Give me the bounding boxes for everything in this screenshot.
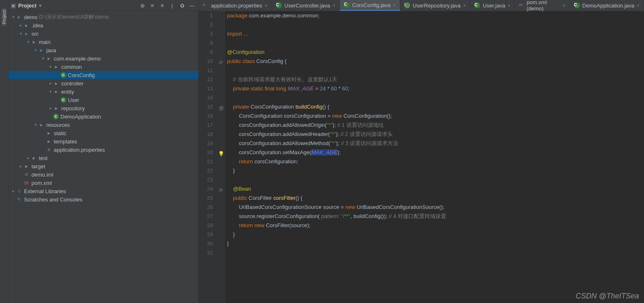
code-line[interactable]: }	[227, 239, 642, 248]
expand-arrow-icon[interactable]: ▾	[26, 40, 31, 44]
tree-item-common[interactable]: ▾▸common	[8, 63, 198, 71]
tree-item-CorsConfig[interactable]: CCorsConfig	[8, 71, 198, 79]
code-line[interactable]	[227, 175, 642, 184]
folder-icon: ▸	[46, 130, 52, 136]
code-line[interactable]: return new CorsFilter(source);	[227, 221, 642, 230]
close-icon[interactable]: ×	[265, 3, 267, 8]
code-line[interactable]: return corsConfiguration;	[227, 157, 642, 166]
tree-item-User[interactable]: CUser	[8, 96, 198, 104]
tree-item-repository[interactable]: ▸▸repository	[8, 104, 198, 112]
tree-item-target[interactable]: ▸▸target	[8, 162, 198, 170]
line-number: 12	[207, 75, 213, 84]
tree-item-java[interactable]: ▾▸java	[8, 46, 198, 54]
expand-arrow-icon[interactable]: ▸	[48, 81, 53, 85]
close-icon[interactable]: ×	[393, 2, 396, 7]
code-line[interactable]: corsConfiguration.addAllowedMethod("*");…	[227, 139, 642, 148]
close-icon[interactable]: ×	[333, 3, 335, 8]
gutter-icon[interactable]: ⟳	[218, 186, 224, 192]
code-line[interactable]: @Bean	[227, 184, 642, 194]
code-line[interactable]: // 当前跨域请求最大有效时长。这里默认1天	[227, 75, 642, 84]
gutter-icons: ⟳@💡⟳	[217, 11, 225, 303]
tree-item-pom-xml[interactable]: mpom.xml	[8, 179, 198, 187]
code-line[interactable]: }	[227, 166, 642, 175]
code-line[interactable]	[227, 248, 642, 257]
expand-arrow-icon[interactable]: ▸	[18, 23, 23, 27]
tab-UserController-java[interactable]: CUserController.java×	[272, 0, 340, 11]
tree-item-resources[interactable]: ▾▸resources	[8, 121, 198, 129]
settings-icon[interactable]: ✿	[178, 2, 186, 9]
code-line[interactable]: corsConfiguration.addAllowedHeader("*");…	[227, 130, 642, 139]
close-icon[interactable]: ×	[508, 3, 510, 8]
tree-item-static[interactable]: ▸static	[8, 129, 198, 137]
tree-item-DemoApplication[interactable]: CDemoApplication	[8, 112, 198, 121]
expand-arrow-icon[interactable]: ▾	[33, 123, 38, 127]
tree-item-entity[interactable]: ▾▸entity	[8, 87, 198, 96]
code-line[interactable]	[227, 39, 642, 48]
tree-item-External-Libraries[interactable]: ▸⫴External Libraries	[8, 187, 198, 195]
collapse-all-icon[interactable]: ≡	[159, 2, 166, 9]
expand-arrow-icon[interactable]: ▾	[18, 32, 23, 36]
tree-item-test[interactable]: ▸▸test	[8, 154, 198, 162]
code-line[interactable]	[227, 66, 642, 75]
tree-item-label: application.properties	[54, 147, 105, 153]
code-line[interactable]: @Configuration	[227, 48, 642, 57]
gutter-icon[interactable]: ⟳	[218, 58, 224, 65]
expand-arrow-icon[interactable]: ▾	[48, 90, 53, 94]
tree-item-controller[interactable]: ▸▸controller	[8, 79, 198, 87]
code-line[interactable]: corsConfiguration.addAllowedOrigin("*");…	[227, 121, 642, 130]
tree-item--idea[interactable]: ▸▸.idea	[8, 21, 198, 29]
expand-arrow-icon[interactable]: ▸	[48, 106, 53, 110]
tree-item-application-properties[interactable]: ≡application.properties	[8, 145, 198, 154]
code-line[interactable]	[227, 20, 642, 29]
expand-all-icon[interactable]: ≡	[149, 2, 156, 9]
code-line[interactable]: public class CorsConfig {	[227, 57, 642, 66]
close-icon[interactable]: ×	[562, 3, 565, 8]
code-line[interactable]: UrlBasedCorsConfigurationSource source =…	[227, 203, 642, 212]
hide-icon[interactable]: —	[188, 2, 196, 9]
expand-arrow-icon[interactable]: ▾	[11, 15, 16, 19]
tree-item-demo[interactable]: ▾▸demoD:\演示\ElementUI讲解\demo	[8, 13, 198, 21]
gutter-icon[interactable]: 💡	[218, 149, 224, 156]
tree-item-templates[interactable]: ▸templates	[8, 137, 198, 145]
code-line[interactable]: public CorsFilter corsFilter() {	[227, 194, 642, 203]
code-line[interactable]: import ...	[227, 29, 642, 39]
project-panel: ▣ Project ▾ ⊕ ≡ ≡ | ✿ — ▾▸demoD:\演示\Elem…	[8, 0, 199, 303]
tree-item-demo-iml[interactable]: ≡demo.iml	[8, 170, 198, 179]
tab-application-properties[interactable]: ≡application.properties×	[199, 0, 272, 11]
maven-icon: m	[519, 2, 524, 8]
tab-CorsConfig-java[interactable]: CCorsConfig.java×	[340, 0, 400, 11]
expand-arrow-icon[interactable]: ▾	[41, 56, 46, 61]
code-line[interactable]	[227, 93, 642, 102]
code-editor[interactable]: package com.example.demo.common;import .…	[225, 11, 644, 303]
tab-pom-xml--demo-[interactable]: mpom.xml (demo)×	[515, 0, 570, 11]
code-line[interactable]: package com.example.demo.common;	[227, 11, 642, 20]
expand-arrow-icon[interactable]: ▾	[33, 48, 38, 52]
locate-icon[interactable]: ⊕	[139, 2, 146, 9]
project-dropdown[interactable]: ▾	[39, 2, 42, 9]
close-icon[interactable]: ×	[637, 3, 639, 8]
expand-arrow-icon[interactable]: ▸	[18, 164, 23, 168]
code-line[interactable]: CorsConfiguration corsConfiguration = ne…	[227, 112, 642, 121]
tree-item-src[interactable]: ▾▸src	[8, 29, 198, 38]
code-line[interactable]: corsConfiguration.setMaxAge(MAX_AGE);	[227, 148, 642, 157]
expand-arrow-icon[interactable]: ▾	[48, 65, 53, 69]
expand-arrow-icon[interactable]: ▸	[11, 189, 16, 193]
close-icon[interactable]: ×	[463, 3, 466, 8]
project-tree[interactable]: ▾▸demoD:\演示\ElementUI讲解\demo▸▸.idea▾▸src…	[8, 11, 198, 303]
scratch-icon: ✎	[16, 196, 22, 203]
gutter-icon[interactable]: @	[218, 104, 224, 110]
tree-item-label: target	[31, 163, 45, 170]
tree-item-main[interactable]: ▾▸main	[8, 38, 198, 46]
tab-DemoApplication-java[interactable]: CDemoApplication.java×	[570, 0, 644, 11]
code-line[interactable]: private static final long MAX_AGE = 24 *…	[227, 84, 642, 93]
tree-item-Scratches-and-Consoles[interactable]: ✎Scratches and Consoles	[8, 195, 198, 204]
code-line[interactable]: }	[227, 230, 642, 239]
tab-User-java[interactable]: CUser.java×	[470, 0, 515, 11]
code-line[interactable]: private CorsConfiguration buildConfig() …	[227, 102, 642, 112]
project-tool-button[interactable]: Project	[2, 8, 7, 26]
expand-arrow-icon[interactable]: ▸	[26, 156, 31, 160]
lib-icon: ⫴	[16, 188, 22, 194]
tree-item-com-example-demo[interactable]: ▾▸com.example.demo	[8, 54, 198, 63]
tab-UserRepository-java[interactable]: IUserRepository.java×	[400, 0, 471, 11]
code-line[interactable]: source.registerCorsConfiguration( patter…	[227, 212, 642, 221]
